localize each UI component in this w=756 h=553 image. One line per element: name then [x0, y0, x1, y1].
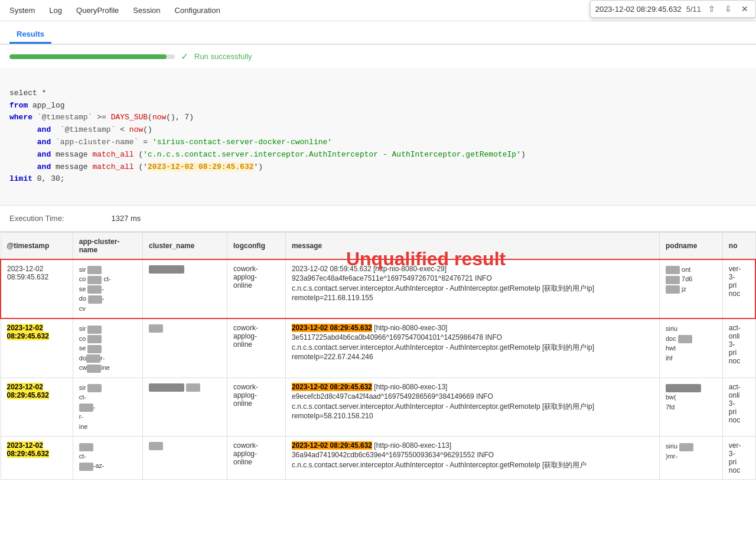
nav-log[interactable]: Log	[49, 4, 62, 17]
cell-cluster-name	[143, 437, 227, 480]
cell-no: act-onli3-prinoc	[722, 318, 755, 378]
table-row: 2023-12-0208:29:45.632ct--az-cowork-appl…	[1, 437, 755, 480]
run-status-label: Run successfully	[194, 52, 252, 61]
search-prev-button[interactable]: ⇧	[706, 3, 718, 15]
cell-logconfig: cowork-applog-online	[227, 437, 285, 480]
exec-time-value: 1327 ms	[112, 214, 141, 223]
search-query-text: 2023-12-02 08:29:45.632	[595, 5, 682, 14]
cell-logconfig: cowork-applog-online	[227, 259, 285, 319]
message-timestamp-highlight: 2023-12-02 08:29:45.632	[292, 324, 372, 332]
col-header-no: no	[722, 232, 755, 259]
cell-podname: bw(7fd	[660, 378, 723, 437]
progress-bar-fill	[9, 54, 167, 59]
results-table: @timestamp app-cluster-name cluster_name…	[0, 232, 756, 480]
col-header-timestamp: @timestamp	[1, 232, 73, 259]
cell-app-cluster: sir co ct-se -do -cv	[73, 259, 142, 319]
cell-app-cluster: ct--az-	[73, 437, 142, 480]
results-tab-bar: Results	[0, 21, 756, 45]
cell-app-cluster: sir co se dor-cwine	[73, 318, 142, 378]
col-header-cluster-name: cluster_name	[143, 232, 227, 259]
cell-timestamp: 2023-12-0208:59:45.632	[1, 259, 73, 319]
sql-code-block: select * from app_log where `@timestamp`…	[0, 68, 756, 206]
cell-logconfig: cowork-applog-online	[227, 318, 285, 378]
cell-logconfig: cowork-applog-online	[227, 378, 285, 437]
cell-message: 2023-12-02 08:59:45.632 [http-nio-8080-e…	[285, 259, 659, 319]
cell-no: ver-3-prinoc	[722, 259, 755, 319]
progress-check-icon: ✓	[181, 51, 188, 62]
cell-message: 2023-12-02 08:29:45.632 [http-nio-8080-e…	[285, 318, 659, 378]
col-header-app-cluster: app-cluster-name	[73, 232, 142, 259]
cell-message: 2023-12-02 08:29:45.632 [http-nio-8080-e…	[285, 437, 659, 480]
message-timestamp-highlight: 2023-12-02 08:29:45.632	[292, 441, 372, 450]
cell-podname: ont 7d6 jz	[660, 259, 723, 319]
table-row: 2023-12-0208:29:45.632sir ct--r-ine cowo…	[1, 378, 755, 437]
search-close-button[interactable]: ✕	[739, 3, 751, 15]
execution-time-section: Execution Time: 1327 ms	[0, 206, 756, 232]
cell-cluster-name	[143, 259, 227, 319]
cell-app-cluster: sir ct--r-ine	[73, 378, 142, 437]
progress-section: ✓ Run successfully	[0, 45, 756, 68]
nav-session[interactable]: Session	[133, 4, 160, 17]
timestamp-value: 2023-12-0208:29:45.632	[7, 383, 49, 399]
search-next-button[interactable]: ⇩	[722, 3, 734, 15]
message-timestamp-highlight: 2023-12-02 08:29:45.632	[292, 383, 372, 391]
timestamp-value: 2023-12-0208:29:45.632	[7, 441, 49, 458]
cell-timestamp: 2023-12-0208:29:45.632	[1, 437, 73, 480]
results-table-wrapper: @timestamp app-cluster-name cluster_name…	[0, 232, 756, 480]
nav-system[interactable]: System	[9, 4, 35, 17]
search-result-count: 5/11	[686, 5, 701, 14]
table-row: 2023-12-0208:29:45.632sir co se dor-cwin…	[1, 318, 755, 378]
search-highlight-bar: 2023-12-02 08:29:45.632 5/11 ⇧ ⇩ ✕	[590, 0, 756, 18]
cell-podname: siriu )mr-	[660, 437, 723, 480]
col-header-message: message	[285, 232, 659, 259]
cell-cluster-name	[143, 318, 227, 378]
nav-queryprofile[interactable]: QueryProfile	[76, 4, 119, 17]
cell-message: 2023-12-02 08:29:45.632 [http-nio-8080-e…	[285, 378, 659, 437]
timestamp-value: 2023-12-0208:29:45.632	[7, 324, 49, 340]
exec-time-label: Execution Time:	[9, 214, 64, 223]
cell-timestamp: 2023-12-0208:29:45.632	[1, 318, 73, 378]
cell-no: ver-3-prinoc	[722, 437, 755, 480]
progress-bar-background	[9, 54, 175, 59]
cell-cluster-name	[143, 378, 227, 437]
table-header-row: @timestamp app-cluster-name cluster_name…	[1, 232, 755, 259]
cell-no: act-onli3-prinoc	[722, 378, 755, 437]
results-tab[interactable]: Results	[9, 26, 51, 44]
col-header-logconfig: logconfig	[227, 232, 285, 259]
table-row: 2023-12-0208:59:45.632sir co ct-se -do -…	[1, 259, 755, 319]
cell-timestamp: 2023-12-0208:29:45.632	[1, 378, 73, 437]
cell-podname: siriudoc hwtihf	[660, 318, 723, 378]
col-header-podname: podname	[660, 232, 723, 259]
nav-configuration[interactable]: Configuration	[175, 4, 220, 17]
